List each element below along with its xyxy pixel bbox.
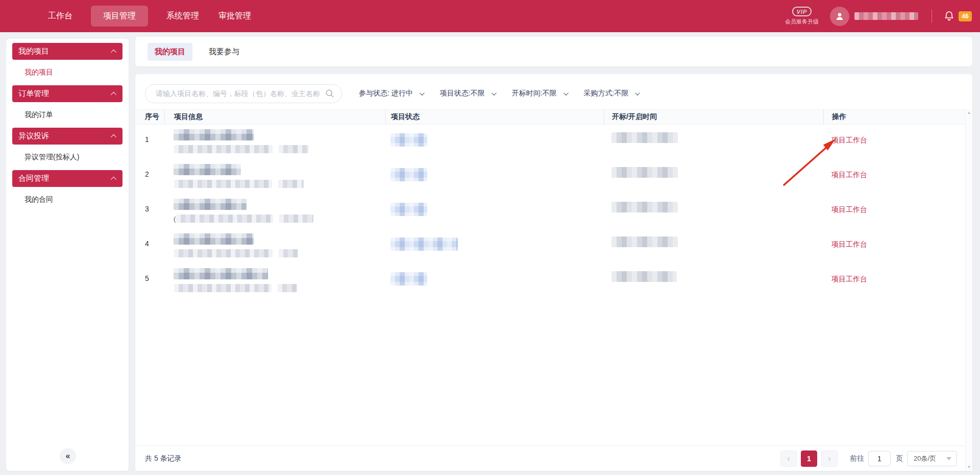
chevron-up-icon [111,91,116,97]
sidebar-group-title: 异议投诉 [18,131,49,141]
redacted-project-info-extra [279,145,308,153]
table-body: 1 项目工作台 2 [135,125,965,299]
table-header: 序号 项目信息 项目状态 开标/开启时间 操作 [135,109,965,125]
redacted-project-number [174,284,272,292]
sidebar-item-my-contracts[interactable]: 我的合同 [6,187,129,212]
table-row: 5 项目工作台 [135,264,965,299]
table-row: 4 项目工作台 [135,229,965,264]
prev-page-button[interactable]: ‹ [780,450,797,467]
search-input[interactable] [156,89,325,98]
redacted-open-time [611,132,678,143]
project-workbench-link[interactable]: 项目工作台 [831,136,867,144]
next-page-button[interactable]: › [821,450,838,467]
filter-label: 开标时间:不限 [512,89,557,98]
sidebar-group-title: 合同管理 [18,174,49,183]
open-time-cell [604,229,823,264]
navbar-divider [932,10,932,23]
sidebar-group-my-projects[interactable]: 我的项目 [12,43,122,60]
table-scrollbar[interactable]: ▲ ▼ [965,109,972,471]
sidebar: 我的项目 我的项目 订单管理 我的订单 异议投诉 异议管理(投标人) 合同管理 … [6,39,129,471]
vip-upgrade-label: 会员服务升级 [785,18,819,26]
project-workbench-link[interactable]: 项目工作台 [831,275,867,283]
open-time-cell [604,160,823,195]
table-footer: 共 5 条记录 ‹ 1 › 前往 页 20条/页 [135,445,965,471]
project-workbench-link[interactable]: 项目工作台 [831,205,867,213]
filter-project-status[interactable]: 项目状态:不限 [440,89,495,98]
sidebar-collapse-button[interactable]: « [60,448,76,464]
vip-upgrade[interactable]: VIP 会员服务升级 [785,7,819,26]
sidebar-group-contract-management[interactable]: 合同管理 [12,170,122,187]
redacted-project-number [174,145,273,153]
page-size-value: 20条/页 [914,454,936,463]
vip-icon: VIP [792,7,812,16]
redacted-status-badge [390,238,458,251]
sidebar-item-my-orders[interactable]: 我的订单 [6,102,129,128]
filter-participation-status[interactable]: 参与状态: 进行中 [359,89,423,98]
notifications-button[interactable]: 46 [943,10,972,22]
nav-tab-approval-management[interactable]: 审批管理 [217,6,252,27]
sidebar-group-order-management[interactable]: 订单管理 [12,85,122,102]
scroll-down-icon[interactable]: ▼ [967,465,971,469]
page-1-button[interactable]: 1 [801,450,817,467]
user-avatar[interactable] [830,7,849,26]
chevron-up-icon [111,176,116,182]
sidebar-group-objection-complaint[interactable]: 异议投诉 [12,128,122,145]
content-tab-strip: 我的项目 我要参与 [135,37,972,66]
actions-cell: 项目工作台 [823,195,965,229]
scroll-up-icon[interactable]: ▲ [967,111,971,115]
project-workbench-link[interactable]: 项目工作台 [831,240,867,248]
sidebar-item-objection-management[interactable]: 异议管理(投标人) [6,145,129,170]
redacted-project-info-extra [278,284,297,292]
total-records-text: 共 5 条记录 [145,454,182,463]
open-time-cell [604,264,823,299]
project-workbench-link[interactable]: 项目工作台 [831,171,867,179]
goto-page-input[interactable] [868,451,891,466]
nav-tab-project-management[interactable]: 项目管理 [91,6,148,27]
redacted-project-number [174,180,272,188]
redacted-project-name [174,199,247,210]
redacted-project-name [174,129,254,140]
redacted-open-time [611,202,678,212]
open-time-cell [604,125,823,160]
column-header-open-time: 开标/开启时间 [604,110,823,124]
project-status-cell [385,264,604,299]
sidebar-item-my-projects[interactable]: 我的项目 [6,60,129,85]
filter-label: 参与状态: 进行中 [359,89,413,98]
main-nav-tabs: 工作台 项目管理 系统管理 审批管理 [0,6,252,27]
chevron-down-icon [420,90,425,96]
nav-tab-system-management[interactable]: 系统管理 [165,6,200,27]
chevron-down-icon [635,90,640,96]
actions-cell: 项目工作台 [823,125,965,160]
row-serial: 2 [145,170,149,178]
redacted-status-badge [390,272,427,286]
redacted-open-time [611,167,678,178]
caret-down-icon [946,457,951,460]
project-info-cell: ( [164,195,385,229]
pagination: ‹ 1 › 前往 页 20条/页 [780,450,957,467]
redacted-project-name [174,233,254,245]
filter-open-time[interactable]: 开标时间:不限 [512,89,567,98]
actions-cell: 项目工作台 [823,229,965,264]
redacted-project-name [174,164,241,175]
filter-label: 项目状态:不限 [440,89,485,98]
filter-row: 参与状态: 进行中 项目状态:不限 开标时间:不限 采购方式:不限 [135,74,972,104]
search-icon [325,89,334,98]
row-serial: 5 [145,274,149,282]
navbar-right-cluster: VIP 会员服务升级 46 [785,7,980,26]
user-icon [834,11,845,22]
goto-label: 前往 [850,454,864,463]
tab-my-projects[interactable]: 我的项目 [148,43,192,61]
filter-purchase-method[interactable]: 采购方式:不限 [584,89,639,98]
project-search-box[interactable] [145,84,342,103]
chevron-down-icon [492,90,497,96]
project-status-cell [385,229,604,264]
page-word: 页 [896,454,903,463]
chevron-up-icon [111,134,116,139]
page-size-select[interactable]: 20条/页 [907,451,957,466]
tab-want-to-participate[interactable]: 我要参与 [202,43,247,61]
actions-cell: 项目工作台 [823,160,965,195]
redacted-project-number [174,249,273,257]
project-status-cell [385,195,604,229]
project-info-cell [164,160,385,195]
nav-tab-workbench[interactable]: 工作台 [47,6,74,27]
